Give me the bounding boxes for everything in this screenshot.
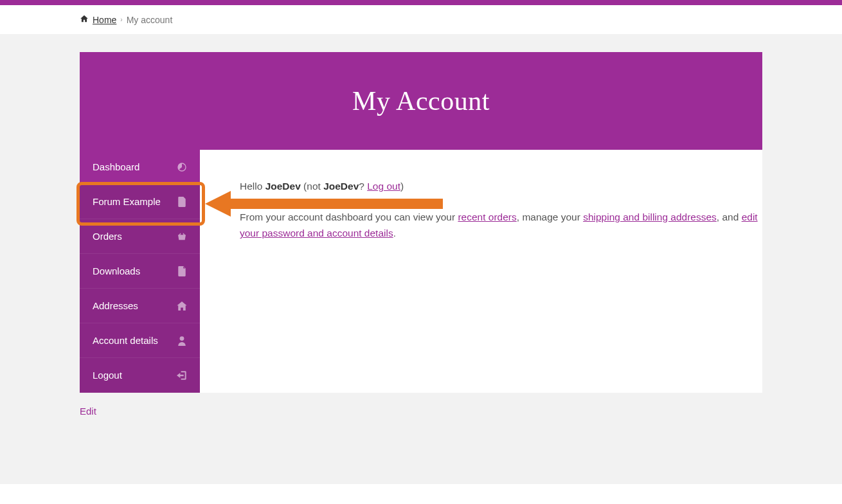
greeting-close: ) [400,181,404,192]
dashboard-icon [177,162,187,172]
account-card: My Account Dashboard [80,52,762,393]
intro-text-1: From your account dashboard you can view… [240,212,458,222]
page-hero: My Account [80,52,762,150]
intro-text-4: . [393,228,396,239]
nav-item-label: Orders [93,231,122,242]
nav-item-label: Account details [93,335,158,346]
breadcrumb-home-link[interactable]: Home [93,15,116,25]
nav-item-forum-example[interactable]: Forum Example [80,184,200,219]
nav-item-label: Addresses [93,300,138,311]
greeting-question: ? [359,181,367,192]
nav-list: Dashboard Forum Example Or [80,150,200,393]
intro-text-2: , manage your [517,212,583,222]
greeting-hello: Hello [240,181,265,192]
file2-icon [177,266,187,276]
home-icon [80,14,89,25]
nav-item-account-details[interactable]: Account details [80,323,200,358]
greeting-line: Hello JoeDev (not JoeDev? Log out) [240,178,762,195]
nav-item-label: Downloads [93,266,140,276]
breadcrumb-current: My account [127,15,173,25]
greeting-not-name: JoeDev [323,181,359,192]
recent-orders-link[interactable]: recent orders [458,212,516,222]
file-icon [177,197,187,207]
account-nav: Dashboard Forum Example Or [80,150,200,393]
greeting-not-prefix: (not [301,181,323,192]
nav-item-logout[interactable]: Logout [80,358,200,393]
basket-icon [177,231,187,242]
breadcrumb: Home › My account [80,14,762,25]
home-icon [177,301,187,311]
nav-item-label: Forum Example [93,196,161,207]
intro-paragraph: From your account dashboard you can view… [240,209,762,242]
breadcrumb-separator: › [120,16,122,23]
greeting-name: JoeDev [265,181,301,192]
svg-point-2 [180,336,184,341]
nav-item-label: Dashboard [93,161,139,172]
page-title: My Account [93,86,749,116]
nav-item-orders[interactable]: Orders [80,219,200,254]
top-accent-bar [0,0,842,5]
user-icon [177,336,187,346]
intro-text-3: , and [717,212,742,222]
addresses-link[interactable]: shipping and billing addresses [583,212,717,222]
nav-item-label: Logout [93,370,122,381]
nav-item-downloads[interactable]: Downloads [80,254,200,289]
breadcrumb-bar: Home › My account [0,5,842,34]
logout-link[interactable]: Log out [367,181,400,192]
nav-item-dashboard[interactable]: Dashboard [80,150,200,184]
main-content: Hello JoeDev (not JoeDev? Log out) From … [200,150,762,275]
logout-icon [177,370,187,381]
edit-page-link[interactable]: Edit [80,406,762,417]
nav-item-addresses[interactable]: Addresses [80,289,200,323]
